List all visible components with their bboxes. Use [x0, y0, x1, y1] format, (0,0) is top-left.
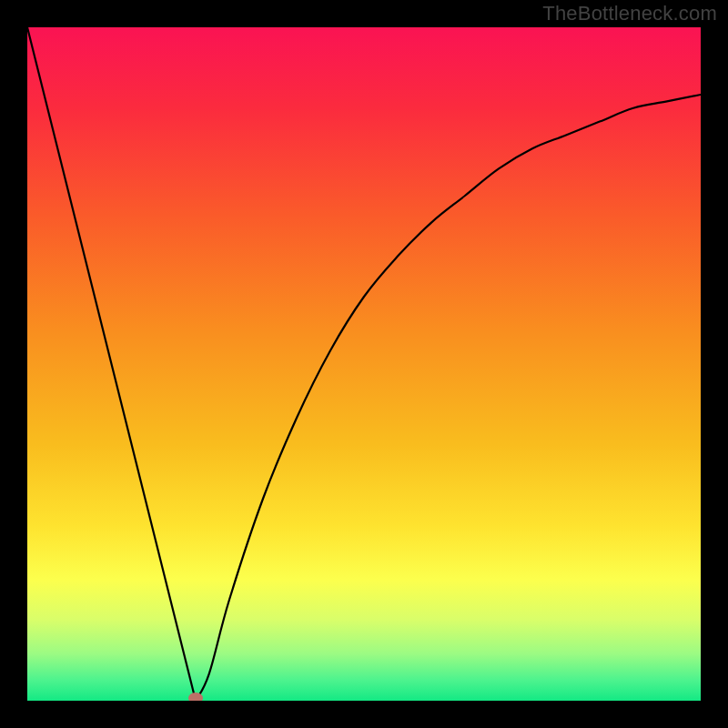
- bottleneck-curve: [27, 27, 701, 701]
- watermark-text: TheBottleneck.com: [542, 2, 717, 25]
- plot-area: [27, 27, 701, 701]
- chart-frame: TheBottleneck.com: [0, 0, 728, 728]
